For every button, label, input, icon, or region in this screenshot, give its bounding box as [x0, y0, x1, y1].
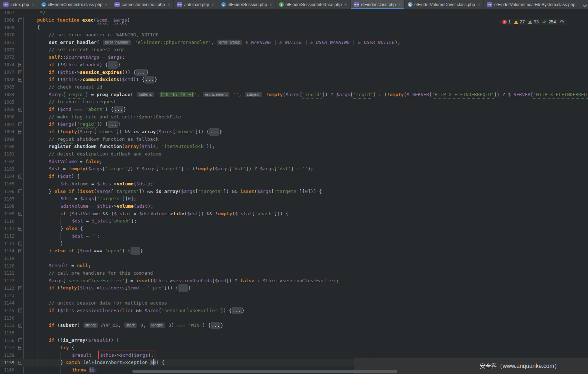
warnings-indicator[interactable]: !27: [514, 19, 525, 24]
code-line[interactable]: 1070// set error handler of WARNING, NOT…: [0, 31, 588, 39]
code-line[interactable]: 1074+if (!$this->loaded) {...}: [0, 61, 588, 69]
line-number[interactable]: 1108: [0, 204, 14, 209]
line-number[interactable]: 1077: [0, 70, 14, 75]
code-line[interactable]: 1086+if ($cmd === 'abort') {...}: [0, 106, 588, 113]
line-number[interactable]: 1103: [0, 167, 14, 172]
close-tab-icon[interactable]: ×: [398, 2, 401, 7]
unfold-icon[interactable]: +: [18, 130, 22, 134]
fold-icon[interactable]: −: [18, 338, 22, 342]
chevron-up-icon[interactable]: [560, 20, 564, 24]
line-number[interactable]: 1150: [0, 316, 14, 321]
code-line[interactable]: 1085// to abort this request: [0, 98, 588, 106]
code-line[interactable]: 1121// call pre handlers for this comman…: [0, 270, 588, 277]
code-line[interactable]: 1080+if (!$this->commandExists($cmd)) {.…: [0, 76, 588, 84]
code-line[interactable]: 1071set_error_handler( error_handler: 'e…: [0, 39, 588, 46]
unfold-icon[interactable]: +: [18, 108, 22, 112]
unfold-icon[interactable]: +: [18, 78, 22, 82]
line-number[interactable]: 1073: [0, 55, 14, 60]
code-line[interactable]: 1101// detect destination dirHash and vo…: [0, 150, 588, 158]
code-line[interactable]: 1119: [0, 255, 588, 262]
line-number[interactable]: 1094: [0, 129, 14, 134]
code-line[interactable]: 1156−if (!is_array($result)) {: [0, 337, 588, 344]
line-number[interactable]: 1109: [0, 211, 14, 216]
code-line[interactable]: 1111−} else {: [0, 225, 588, 233]
tab-elfinder-class-php[interactable]: PHPelFinder.class.php×: [351, 0, 405, 9]
code-line[interactable]: 1073self::$currentArgs = $args;: [0, 54, 588, 61]
line-number[interactable]: 1085: [0, 100, 14, 105]
line-number[interactable]: 1071: [0, 40, 14, 45]
line-number[interactable]: 1156: [0, 338, 14, 343]
code-line[interactable]: 1106−} else if (isset($args['targets']) …: [0, 188, 588, 195]
code-line[interactable]: 1103$dst = !empty($args['target']) ? $ar…: [0, 165, 588, 173]
code-line[interactable]: 1150: [0, 314, 588, 322]
tab-elfindervolumelocalfilesystem-class-php[interactable]: PHPelFinderVolumeLocalFileSystem.class.p…: [484, 0, 579, 9]
line-number[interactable]: 1144: [0, 301, 14, 306]
code-line[interactable]: 1110$dst = $_stat['phash'];: [0, 217, 588, 225]
code-editor[interactable]: 1067 */1068−public function exec($cmd, $…: [0, 9, 588, 374]
code-line[interactable]: 1155: [0, 329, 588, 337]
tab-index-php[interactable]: PHPindex.php×: [0, 0, 38, 9]
unfold-icon[interactable]: +: [18, 286, 22, 290]
line-number[interactable]: 1160: [0, 368, 14, 373]
line-number[interactable]: 1113: [0, 241, 14, 246]
code-line[interactable]: 1067 */: [0, 9, 588, 17]
line-number[interactable]: 1091: [0, 122, 14, 127]
inspections-widget[interactable]: !1 !27 !93 ✓✓254: [499, 19, 567, 25]
code-line[interactable]: 1123+if (!empty($this->listeners[$cmd . …: [0, 284, 588, 292]
code-line[interactable]: 1113−}: [0, 240, 588, 247]
line-number[interactable]: 1069: [0, 25, 14, 30]
line-number[interactable]: 1102: [0, 159, 14, 164]
line-number[interactable]: 1083: [0, 85, 14, 90]
code-line[interactable]: 1112$dst = '';: [0, 233, 588, 240]
line-number[interactable]: 1157: [0, 345, 14, 350]
code-line[interactable]: 1143: [0, 292, 588, 299]
code-line[interactable]: 1109−if ($dstVolume && ($_stat = $dstVol…: [0, 210, 588, 218]
line-number[interactable]: 1067: [0, 10, 14, 15]
line-number[interactable]: 1105: [0, 181, 14, 186]
close-tab-icon[interactable]: ×: [269, 2, 272, 7]
line-number[interactable]: 1084: [0, 92, 14, 97]
line-number[interactable]: 1158: [0, 353, 14, 358]
close-tab-icon[interactable]: ×: [478, 2, 480, 7]
line-number[interactable]: 1110: [0, 219, 14, 224]
passed-indicator[interactable]: ✓✓254: [542, 19, 556, 24]
line-number[interactable]: 1101: [0, 152, 14, 157]
line-number[interactable]: 1100: [0, 144, 14, 149]
line-number[interactable]: 1104: [0, 174, 14, 179]
line-number[interactable]: 1068: [0, 18, 14, 23]
fold-icon[interactable]: −: [18, 346, 22, 350]
errors-indicator[interactable]: !1: [502, 19, 511, 24]
line-number[interactable]: 1159: [0, 360, 14, 365]
line-number[interactable]: 1086: [0, 107, 14, 112]
code-line[interactable]: 1091+if ($args['reqid']) {...}: [0, 121, 588, 128]
line-number[interactable]: 1121: [0, 271, 14, 276]
code-line[interactable]: 1122$args['sessionCloseEarlier'] = isset…: [0, 277, 588, 285]
unfold-icon[interactable]: +: [18, 324, 22, 328]
code-line[interactable]: 1105$dstVolume = $this->volume($dst);: [0, 180, 588, 188]
code-line[interactable]: 1157−try {: [0, 344, 588, 352]
code-line[interactable]: 1094+if (!empty($args['mimes']) && is_ar…: [0, 128, 588, 136]
close-tab-icon[interactable]: ×: [32, 2, 35, 7]
line-number[interactable]: 1070: [0, 32, 14, 37]
code-line[interactable]: 1145+if ($this->sessionCloseEarlier && $…: [0, 307, 588, 315]
line-number[interactable]: 1143: [0, 293, 14, 298]
close-tab-icon[interactable]: ×: [105, 2, 108, 7]
fold-icon[interactable]: −: [18, 175, 22, 179]
close-tab-icon[interactable]: ×: [211, 2, 214, 7]
line-number[interactable]: 1122: [0, 278, 14, 283]
code-line[interactable]: 1151+if (substr( string: PHP_OS, start: …: [0, 322, 588, 329]
unfold-icon[interactable]: +: [18, 70, 22, 74]
line-number[interactable]: 1111: [0, 226, 14, 231]
weak-warnings-indicator[interactable]: !93: [528, 19, 539, 24]
line-number[interactable]: 1080: [0, 77, 14, 82]
tab-elfinderconnector-class-php[interactable]: CelFinderConnector.class.php×: [38, 0, 111, 9]
line-number[interactable]: 1155: [0, 330, 14, 335]
code-line[interactable]: 1090// make flag file and set self::$abo…: [0, 113, 588, 121]
unfold-icon[interactable]: +: [18, 63, 22, 67]
code-line[interactable]: 1084$args['reqid'] = preg_replace( patte…: [0, 91, 588, 99]
line-number[interactable]: 1145: [0, 308, 14, 313]
line-number[interactable]: 1106: [0, 189, 14, 194]
code-line[interactable]: 1100register_shutdown_function(array($th…: [0, 143, 588, 150]
tab-elfindervolumedriver-class-php[interactable]: CelFinderVolumeDriver.class.php×: [405, 0, 484, 9]
unfold-icon[interactable]: +: [18, 122, 22, 126]
